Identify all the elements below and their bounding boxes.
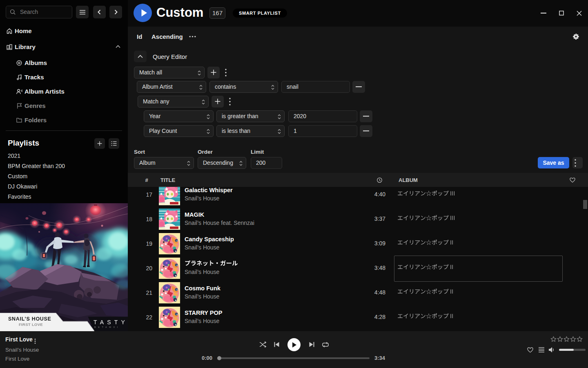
svg-text:TASTY: TASTY [94,319,128,325]
svg-text:FIRST LOVE: FIRST LOVE [19,322,43,327]
svg-text:BETAMXI: BETAMXI [94,326,120,328]
svg-text:SNAIL’S HOUSE: SNAIL’S HOUSE [8,316,51,322]
